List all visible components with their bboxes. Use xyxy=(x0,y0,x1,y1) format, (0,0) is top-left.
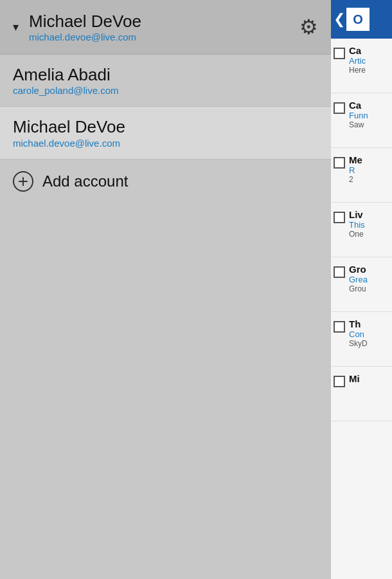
email-preview-5: SkyD xyxy=(349,339,388,348)
account-item-michael[interactable]: Michael DeVoe michael.devoe@live.com xyxy=(0,107,331,159)
account-switcher-panel: ▾ Michael DeVoe michael.devoe@live.com ⚙… xyxy=(0,0,331,579)
email-preview-0: Here xyxy=(349,66,388,75)
account-item-amelia[interactable]: Amelia Abadi carole_poland@live.com xyxy=(0,55,331,107)
email-list-panel: ❮ O Ca Artic Here Ca Funn Saw Me R 2 L xyxy=(331,0,392,579)
email-preview-1: Saw xyxy=(349,120,388,129)
email-sender-6: Mi xyxy=(349,373,388,384)
email-sender-3: Liv xyxy=(349,209,388,220)
email-checkbox-4[interactable] xyxy=(334,266,345,278)
email-row-0[interactable]: Ca Artic Here xyxy=(331,39,392,93)
email-sender-0: Ca xyxy=(349,45,388,56)
email-content-4: Gro Grea Grou xyxy=(349,264,388,293)
header-account-details: Michael DeVoe michael.devoe@live.com xyxy=(29,12,141,42)
email-subject-3: This xyxy=(349,220,388,230)
email-preview-4: Grou xyxy=(349,284,388,293)
email-checkbox-3[interactable] xyxy=(334,212,345,223)
account-name-amelia: Amelia Abadi xyxy=(13,65,318,85)
header-account-email: michael.devoe@live.com xyxy=(29,32,141,42)
email-content-1: Ca Funn Saw xyxy=(349,100,388,129)
outlook-logo-letter: O xyxy=(353,12,363,27)
email-row-6[interactable]: Mi xyxy=(331,367,392,421)
email-row-4[interactable]: Gro Grea Grou xyxy=(331,257,392,312)
email-sender-4: Gro xyxy=(349,264,388,275)
email-sender-1: Ca xyxy=(349,100,388,111)
header-account-name: Michael DeVoe xyxy=(29,12,141,32)
email-subject-2: R xyxy=(349,165,388,175)
email-sender-5: Th xyxy=(349,318,388,329)
add-account-button[interactable]: + Add account xyxy=(0,160,331,203)
email-content-2: Me R 2 xyxy=(349,154,388,184)
email-subject-4: Grea xyxy=(349,275,388,284)
email-preview-3: One xyxy=(349,230,388,239)
email-preview-2: 2 xyxy=(349,175,388,184)
email-subject-5: Con xyxy=(349,329,388,339)
email-checkbox-5[interactable] xyxy=(334,321,345,333)
settings-icon[interactable]: ⚙ xyxy=(299,15,318,39)
email-sender-2: Me xyxy=(349,154,388,165)
add-account-label: Add account xyxy=(42,172,128,190)
email-subject-0: Artic xyxy=(349,56,388,66)
email-checkbox-6[interactable] xyxy=(334,376,345,387)
chevron-down-icon: ▾ xyxy=(13,20,19,34)
add-icon: + xyxy=(13,171,33,192)
email-row-3[interactable]: Liv This One xyxy=(331,203,392,257)
email-checkbox-1[interactable] xyxy=(334,102,345,114)
email-subject-1: Funn xyxy=(349,111,388,120)
email-content-5: Th Con SkyD xyxy=(349,318,388,348)
email-content-6: Mi xyxy=(349,373,388,384)
header-account: ▾ Michael DeVoe michael.devoe@live.com ⚙ xyxy=(0,0,331,55)
email-content-0: Ca Artic Here xyxy=(349,45,388,75)
account-email-michael: michael.devoe@live.com xyxy=(13,138,318,149)
email-checkbox-0[interactable] xyxy=(334,48,345,59)
account-name-michael: Michael DeVoe xyxy=(13,117,318,137)
outlook-logo: O xyxy=(346,8,370,31)
email-content-3: Liv This One xyxy=(349,209,388,239)
back-icon[interactable]: ❮ xyxy=(334,11,345,28)
email-row-2[interactable]: Me R 2 xyxy=(331,148,392,203)
email-checkbox-2[interactable] xyxy=(334,157,345,169)
header-account-info: ▾ Michael DeVoe michael.devoe@live.com xyxy=(13,12,141,42)
email-row-1[interactable]: Ca Funn Saw xyxy=(331,93,392,148)
email-row-5[interactable]: Th Con SkyD xyxy=(331,312,392,367)
account-email-amelia: carole_poland@live.com xyxy=(13,85,318,96)
outlook-header: ❮ O xyxy=(331,0,392,39)
